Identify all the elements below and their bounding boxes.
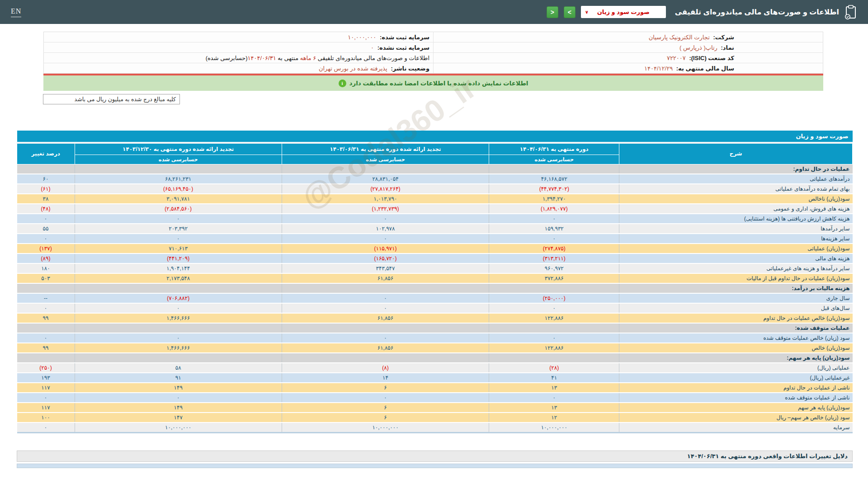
table-row: غیرعملیاتی (ریال)۴۱۱۴۹۱۱۹۳ bbox=[17, 373, 853, 383]
cell-value: (۴۴۱,۲۰۹) bbox=[75, 253, 282, 263]
info-row: سال مالی منتهی به: ۱۴۰۴/۱۲/۲۹ وضعیت ناشر… bbox=[44, 63, 823, 74]
table-row: ناشی از عملیات در حال تداوم۱۳۶۱۴۹۱۱۷ bbox=[17, 383, 853, 393]
table-row: هزینه های فروش، اداری و عمومی(۱,۸۲۹,۰۷۷)… bbox=[17, 204, 853, 214]
cell-value bbox=[17, 283, 75, 293]
fiscal-year-label: سال مالی منتهی به: bbox=[676, 65, 734, 72]
row-label: عملیات در حال تداوم: bbox=[619, 164, 853, 174]
table-title-row: صورت سود و زیان bbox=[17, 131, 853, 143]
cell-value: (۱۱۵,۹۷۱) bbox=[282, 244, 489, 253]
cell-value: ۲۰۳,۳۹۲ bbox=[75, 224, 282, 234]
table-row: سایر درآمدها و هزینه های غیرعملیاتی۹۶۰,۹… bbox=[17, 263, 853, 273]
cell-value: (۲۷,۸۱۷,۲۶۴) bbox=[282, 184, 489, 194]
cell-value: ۶ bbox=[282, 413, 489, 422]
company-info-section: شرکت: تجارت الکترونیک پارسیان سرمایه ثبت… bbox=[43, 32, 823, 74]
cell-value: ۶۰ bbox=[17, 174, 75, 184]
symbol-cell: نماد: رتاپ( ذرپارس ) bbox=[434, 42, 823, 53]
cell-value: (۸۹) bbox=[17, 253, 75, 263]
column-header-prior-year-restated: تجدید ارائه شده دوره منتهی به ۱۴۰۳/۱۲/۳۰ bbox=[75, 143, 282, 155]
row-label: هزینه مالیات بر درآمد: bbox=[619, 283, 853, 293]
row-label: سود(زیان) پایه هر سهم: bbox=[619, 353, 853, 363]
chevron-down-icon: ∨ bbox=[585, 9, 589, 14]
cell-value: ۶ bbox=[282, 383, 489, 393]
cell-value: ۱۴۹ bbox=[75, 403, 282, 413]
cell-value: ۱۰,۰۰۰,۰۰۰ bbox=[282, 422, 489, 432]
currency-unit-note: کلیه مبالغ درج شده به میلیون ریال می باش… bbox=[43, 94, 180, 104]
table-row: سود (زیان) خالص عملیات متوقف شده۰۰۰۰ bbox=[17, 333, 853, 343]
cell-value: ۰ bbox=[17, 214, 75, 224]
row-label: هزینه کاهش ارزش دریافتنی ها (هزینه استثن… bbox=[619, 214, 853, 224]
cell-value: ۰ bbox=[282, 214, 489, 224]
cell-value: ۱۰۰ bbox=[17, 413, 75, 422]
cell-value: ۰ bbox=[75, 333, 282, 343]
cell-value: ۰ bbox=[489, 393, 619, 403]
chevron-left-button[interactable]: < bbox=[547, 6, 558, 18]
cell-value: ۱۴۹ bbox=[75, 383, 282, 393]
registered-capital-label: سرمایه ثبت شده: bbox=[380, 34, 429, 41]
cell-value: ۰ bbox=[489, 333, 619, 343]
report-period-months: ۶ ماهه bbox=[300, 55, 316, 61]
column-header-description: شرح bbox=[619, 143, 853, 164]
unregistered-capital-label: سرمایه ثبت نشده: bbox=[377, 44, 429, 51]
cell-value: ۵۰۳ bbox=[17, 273, 75, 283]
report-period-text: اطلاعات و صورت‌های مالی میاندوره‌ای تلفی… bbox=[316, 55, 429, 61]
registered-capital-value: ۱۰,۰۰۰,۰۰۰ bbox=[348, 34, 378, 41]
cell-value: ۱,۰۱۳,۷۹۰ bbox=[282, 194, 489, 204]
table-row: سال‌های قبل۰۰۰۰ bbox=[17, 303, 853, 313]
cell-value: ۱۴ bbox=[282, 373, 489, 383]
company-cell: شرکت: تجارت الکترونیک پارسیان bbox=[434, 32, 823, 42]
fiscal-year-value: ۱۴۰۴/۱۲/۲۹ bbox=[644, 65, 675, 72]
cell-value: ۳,۰۹۱,۷۸۱ bbox=[75, 194, 282, 204]
column-header-current-period: دوره منتهی به ۱۴۰۴/۰۶/۳۱ bbox=[489, 143, 619, 155]
cell-value: ۱,۳۹۴,۲۷۰ bbox=[489, 194, 619, 204]
cell-value bbox=[489, 323, 619, 333]
report-period-text: منتهی به bbox=[276, 55, 300, 61]
table-row: سود (زیان) خالص هر سهم– ریال۱۲۶۱۴۷۱۰۰ bbox=[17, 413, 853, 422]
cell-value: ۵۵ bbox=[17, 224, 75, 234]
row-label: سود (زیان) خالص هر سهم– ریال bbox=[619, 413, 853, 422]
cell-value bbox=[75, 323, 282, 333]
cell-value: (۳۱۳,۲۱۱) bbox=[489, 253, 619, 263]
cell-value: ۰ bbox=[75, 303, 282, 313]
statement-type-selected: صورت سود و زیان bbox=[597, 9, 650, 15]
statement-type-dropdown[interactable]: صورت سود و زیان ∨ bbox=[581, 6, 666, 18]
row-label: بهای تمام شده درآمدهای عملیاتی bbox=[619, 184, 853, 194]
cell-value: ۰ bbox=[489, 303, 619, 313]
row-label: درآمدهای عملیاتی bbox=[619, 174, 853, 184]
english-language-link[interactable]: EN bbox=[11, 7, 21, 17]
cell-value: (۱,۲۳۲,۷۳۹) bbox=[282, 204, 489, 214]
statement-body: عملیات در حال تداوم:درآمدهای عملیاتی۴۶,۱… bbox=[17, 164, 853, 432]
section-header-row: سود(زیان) پایه هر سهم: bbox=[17, 353, 853, 363]
table-row: درآمدهای عملیاتی۴۶,۱۶۸,۵۷۲۲۸,۸۳۱,۰۵۴۶۸,۲… bbox=[17, 174, 853, 184]
cell-value bbox=[17, 164, 75, 174]
cell-value: ۰ bbox=[489, 214, 619, 224]
company-info-table: شرکت: تجارت الکترونیک پارسیان سرمایه ثبت… bbox=[43, 32, 823, 74]
cell-value: ۰ bbox=[17, 234, 75, 244]
change-reasons-section-header[interactable]: دلایل تغییرات اطلاعات واقعی دوره منتهی ب… bbox=[17, 450, 853, 462]
cell-value: (۸) bbox=[282, 363, 489, 373]
isic-label: کد صنعت (ISIC): bbox=[689, 55, 734, 61]
cell-value bbox=[282, 164, 489, 174]
info-row: کد صنعت (ISIC): ۷۲۲۰۰۷ اطلاعات و صورت‌ها… bbox=[44, 53, 823, 63]
cell-value: ۰ bbox=[282, 293, 489, 303]
chevron-right-button[interactable]: > bbox=[564, 6, 576, 18]
row-label: سایر درآمدها bbox=[619, 224, 853, 234]
row-label: سال جاری bbox=[619, 293, 853, 303]
statement-table-wrapper: @Codal360_ir صورت سود و زیان شرح دوره من… bbox=[17, 131, 853, 433]
unregistered-capital-value: ۰ bbox=[371, 44, 376, 51]
table-row: سرمایه۱۰,۰۰۰,۰۰۰۱۰,۰۰۰,۰۰۰۱۰,۰۰۰,۰۰۰۰ bbox=[17, 422, 853, 432]
cell-value: (۴۸) bbox=[17, 204, 75, 214]
isic-value: ۷۲۲۰۰۷ bbox=[667, 55, 688, 61]
row-label: غیرعملیاتی (ریال) bbox=[619, 373, 853, 383]
cell-value: ۰ bbox=[282, 303, 489, 313]
cell-value: ۱۳ bbox=[489, 403, 619, 413]
column-header-change-percent: درصد تغییر bbox=[17, 143, 75, 164]
symbol-label: نماد: bbox=[721, 44, 734, 51]
cell-value: ۴۶,۱۶۸,۵۷۲ bbox=[489, 174, 619, 184]
cell-value: (۱۳۷) bbox=[17, 244, 75, 253]
cell-value: ۳۸ bbox=[17, 194, 75, 204]
company-label: شرکت: bbox=[713, 34, 734, 41]
cell-value: ۰ bbox=[282, 333, 489, 343]
cell-value: ۵۸ bbox=[75, 363, 282, 373]
cell-value: (۲,۵۸۴,۵۶۰) bbox=[75, 204, 282, 214]
cell-value bbox=[489, 353, 619, 363]
